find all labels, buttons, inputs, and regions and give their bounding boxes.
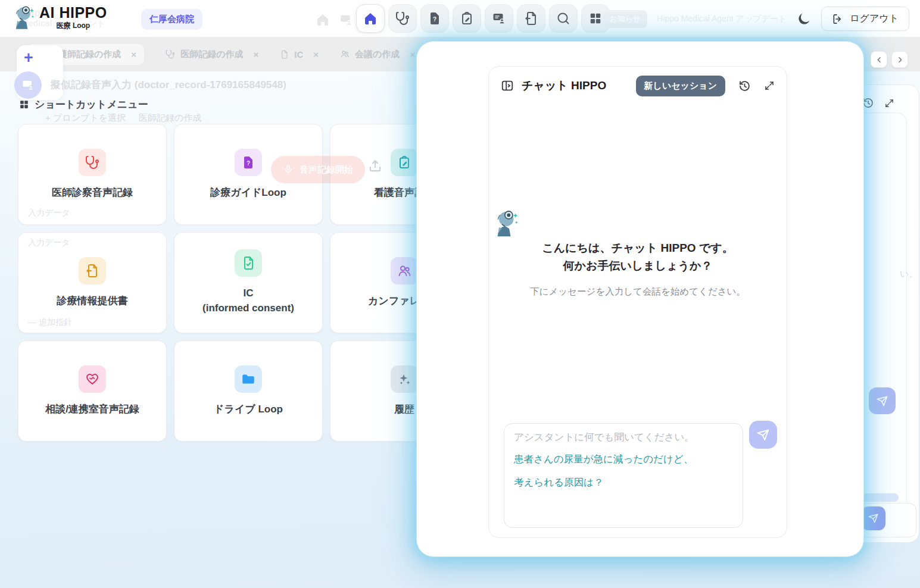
guide-file-question-button[interactable]: ? [420,4,449,33]
ghost-record-title: 擬似記録音声入力 (doctor_record-1769165849548) [51,78,286,92]
sparkles-icon [391,365,418,393]
ghost-prompt-context: 医師記録の作成 [139,112,201,124]
close-icon[interactable]: × [131,49,136,60]
history-icon[interactable] [862,97,874,109]
heart-handshake-icon [79,365,106,393]
chat-panel: チャット HIPPO 新しいセッション [488,66,787,538]
ghost-home-icon [316,12,330,27]
header-right-cluster: お知らせ Hippo Medical Agent アップデート ログアウト [603,7,909,31]
ghost-hint-fragment: い。 [900,268,918,280]
card-drive-loop[interactable]: ドライブ Loop [174,340,323,442]
svg-text:?: ? [433,16,436,23]
search-button[interactable] [549,4,578,33]
stethoscope-button[interactable] [388,4,417,33]
send-button[interactable] [862,506,885,530]
new-session-button[interactable]: 新しいセッション [636,76,725,96]
close-icon[interactable]: × [410,49,415,60]
logout-label: ログアウト [850,12,899,25]
shortcut-menu-title: ショートカットメニュー [35,98,148,111]
ghost-additional-label: — 追加指針 [28,317,72,328]
greeting-line-2: 何かお手伝いしましょうか？ [489,257,787,275]
file-output-icon [79,257,106,284]
mic-icon [283,164,294,175]
hippo-mascot-icon [489,208,787,239]
hospital-badge: 仁厚会病院 [141,9,202,30]
shortcut-card-grid: 医師診察音声記録 入力データ ? 診療ガイドLoop 看護音声記録 診療情報提供… [18,124,479,442]
chat-typed-line-2: 考えられる原因は？ [514,476,733,489]
close-icon[interactable]: × [313,49,319,60]
chat-hippo-modal: チャット HIPPO 新しいセッション [417,42,863,556]
tab-meeting[interactable]: 会議の作成 × [340,49,415,60]
clipboard-pen-icon [391,149,418,176]
chat-welcome-block: こんにちは、チャット HIPPO です。 何かお手伝いしましょうか？ 下にメッセ… [489,208,787,298]
ghost-input-data-label: 入力データ [28,208,70,218]
card-referral-letter[interactable]: 診療情報提供書 入力データ — 追加指針 [18,232,167,333]
scroll-left-button[interactable] [871,51,887,68]
chat-input[interactable]: アシスタントに何でも聞いてください。 患者さんの尿量が急に減ったのだけど、 考え… [504,423,743,528]
chat-header: チャット HIPPO 新しいセッション [489,67,787,105]
chat-typed-line-1: 患者さんの尿量が急に減ったのだけど、 [514,453,733,466]
clipboard-pen-button[interactable] [453,4,481,33]
hippo-mascot-icon [8,4,36,32]
app-title: AI HIPPO [39,5,107,20]
users-icon [391,257,418,284]
app-window: Hippo Medical エージェント AI HIPPO 医療 Loo [0,0,920,588]
ghost-notice-badge: お知らせ [603,10,647,28]
ghost-input-data-label: 入力データ [28,237,70,248]
dark-mode-toggle[interactable] [796,11,812,27]
header: Hippo Medical エージェント AI HIPPO 医療 Loo [0,0,920,37]
card-informed-consent[interactable]: IC (informed consent) [174,232,323,333]
send-button[interactable] [749,421,777,449]
tab-scroll-arrows [871,51,908,68]
new-tab-button[interactable]: + [24,49,33,67]
expand-icon[interactable] [764,80,775,91]
shortcut-menu-heading: ショートカットメニュー [19,98,148,111]
tab-doctor-record[interactable]: 医師記録の作成 × [166,49,258,60]
chat-hint: 下にメッセージを入力して会話を始めてください。 [489,286,787,298]
app-logo: AI HIPPO 医療 Loop [8,4,107,32]
toolbar: ? [356,4,610,33]
panel-left-icon[interactable] [501,79,514,92]
ghost-voice-record-start-button: 音声記録開始 [271,156,365,183]
card-consultation-voice-record[interactable]: 相談/連携室音声記録 [18,340,167,442]
expand-icon[interactable] [884,98,894,108]
history-icon[interactable] [738,80,751,92]
close-icon[interactable]: × [253,49,258,60]
logout-button[interactable]: ログアウト [821,7,909,31]
tab-ic[interactable]: IC × [280,49,319,60]
file-question-icon: ? [235,149,262,176]
send-button[interactable] [869,387,896,414]
ghost-upload-icon [367,158,383,174]
logout-icon [832,13,844,25]
file-check-icon [235,249,262,277]
folder-icon [235,365,262,393]
card-doctor-exam-voice-record[interactable]: 医師診察音声記録 入力データ [18,124,167,225]
app-subtitle: 医療 Loop [39,21,107,31]
greeting-line-1: こんにちは、チャット HIPPO です。 [489,239,787,257]
ghost-prompt-select: + プロンプトを選択 [45,112,126,124]
presentation-user-button[interactable] [485,4,513,33]
ghost-record-avatar-icon [14,71,42,99]
grid-small-icon [19,99,29,110]
file-output-button[interactable] [517,4,545,33]
ghost-prompt-row: + プロンプトを選択 医師記録の作成 [45,112,201,124]
chat-title: チャット HIPPO [522,78,606,93]
home-button[interactable] [356,4,385,33]
ghost-presentation-icon [339,13,353,27]
svg-text:?: ? [247,159,250,166]
stethoscope-icon [79,149,106,176]
ghost-update-text: Hippo Medical Agent アップデート [657,14,787,24]
chat-input-placeholder: アシスタントに何でも聞いてください。 [514,431,733,444]
scroll-right-button[interactable] [891,51,908,68]
